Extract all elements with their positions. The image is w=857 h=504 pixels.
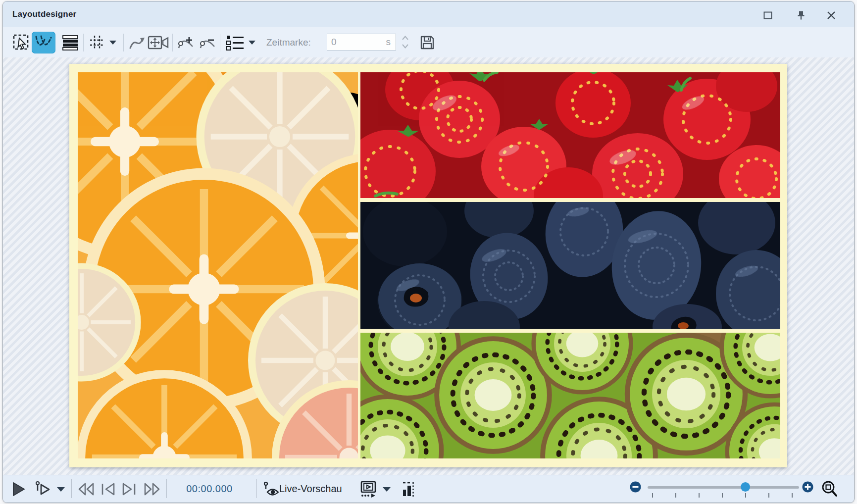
zoom-fit-button[interactable] (819, 479, 841, 499)
grid-button[interactable] (87, 32, 107, 53)
live-preview-toggle[interactable] (262, 480, 281, 498)
chevron-down-icon (109, 40, 117, 45)
object-list-dropdown-button[interactable] (245, 32, 259, 53)
object-list-button[interactable] (224, 32, 246, 53)
chevron-down-icon (56, 487, 65, 492)
curve-tool-icon (35, 35, 52, 50)
toolbar-separator (172, 34, 173, 51)
layout-canvas[interactable] (69, 64, 787, 467)
slider-tick (675, 493, 676, 498)
select-tool-icon (12, 34, 30, 51)
zeitmarke-input-group: s (327, 34, 396, 50)
save-layout-button[interactable] (417, 32, 438, 53)
toolbar-separator (220, 34, 220, 51)
layoutdesigner-window: Layoutdesigner (2, 1, 855, 503)
canvas-image-kiwis[interactable] (360, 333, 780, 458)
transport-separator (71, 479, 72, 498)
preview-window-button[interactable] (357, 480, 379, 499)
add-keyframe-button[interactable] (175, 32, 196, 53)
transport-separator (256, 479, 257, 498)
chevron-down-icon (382, 487, 391, 492)
play-button[interactable] (11, 481, 27, 497)
skip-to-start-icon (100, 482, 116, 496)
zeitmarke-label: Zeitmarke: (266, 27, 311, 57)
pin-button[interactable] (793, 8, 809, 22)
fast-forward-button[interactable] (142, 481, 162, 498)
play-from-position-button[interactable] (34, 480, 52, 498)
rewind-button[interactable] (76, 481, 96, 498)
close-button[interactable] (823, 8, 840, 22)
zoom-out-button[interactable] (630, 481, 641, 493)
list-icon (226, 35, 245, 50)
preview-window-icon (359, 481, 378, 498)
skip-to-end-icon (121, 482, 137, 496)
window-title: Layoutdesigner (3, 9, 76, 19)
slider-tick (652, 493, 653, 498)
fast-forward-icon (143, 482, 161, 496)
slider-tick (745, 493, 746, 498)
chevron-down-icon (248, 40, 256, 45)
select-tool-button[interactable] (10, 32, 32, 53)
blueberries-picture (360, 202, 780, 329)
grid-dropdown-button[interactable] (106, 32, 120, 53)
designer-workspace (3, 57, 854, 475)
zoom-in-icon (802, 481, 813, 493)
motion-path-tool-button[interactable] (32, 32, 55, 53)
strawberries-picture (360, 72, 780, 198)
zeitmarke-unit: s (386, 37, 392, 48)
play-icon (12, 482, 25, 497)
zoom-slider-thumb[interactable] (741, 482, 750, 492)
slider-tick (768, 493, 769, 498)
preview-options-dropdown[interactable] (380, 484, 393, 494)
maximize-button[interactable] (759, 8, 776, 22)
smooth-curve-button[interactable] (127, 32, 148, 53)
zoom-slider-track[interactable] (648, 486, 799, 489)
zoom-out-icon (630, 481, 641, 493)
kiwi-slices-picture (360, 333, 780, 458)
zoom-fit-icon (820, 480, 840, 499)
keyframe-add-icon (177, 35, 195, 50)
timestamp-text: 00:00.000 (186, 483, 232, 495)
toolbar-separator (123, 34, 124, 51)
skip-to-end-button[interactable] (120, 481, 139, 498)
camera-pan-button[interactable] (147, 32, 170, 53)
layers-button[interactable] (59, 32, 81, 53)
zeitmarke-spinner[interactable] (399, 34, 411, 50)
skip-to-start-button[interactable] (99, 481, 117, 498)
canvas-image-blueberries[interactable] (360, 202, 780, 329)
keyframe-remove-icon (199, 35, 216, 50)
timeline-stats-button[interactable] (401, 480, 416, 499)
play-from-position-icon (35, 481, 51, 498)
canvas-image-strawberries[interactable] (360, 72, 780, 198)
live-preview-label: Live-Vorschau (279, 475, 342, 503)
transport-bar: 00:00.000 Live-Vorschau (3, 475, 854, 503)
citrus-slices-picture (78, 72, 358, 458)
zoom-in-button[interactable] (802, 481, 813, 493)
layers-icon (62, 35, 79, 50)
canvas-image-citrus[interactable] (78, 72, 358, 458)
timeline-stats-icon (402, 481, 415, 498)
designer-toolbar: Zeitmarke: s (3, 27, 854, 58)
toolbar-separator (83, 34, 84, 51)
maximize-icon (763, 11, 772, 19)
spinner-down-icon (402, 44, 408, 49)
time-display: 00:00.000 (177, 475, 242, 503)
title-bar: Layoutdesigner (3, 1, 854, 27)
slider-tick (722, 493, 723, 498)
live-preview-eye-icon (263, 481, 280, 497)
close-icon (827, 11, 836, 20)
rewind-icon (77, 482, 95, 496)
transport-separator (166, 479, 167, 498)
zeitmarke-input[interactable] (331, 37, 386, 48)
play-options-dropdown[interactable] (54, 484, 67, 494)
spinner-up-icon (402, 36, 408, 40)
pin-icon (796, 10, 806, 20)
grid-icon (89, 35, 105, 50)
camera-pan-icon (148, 35, 169, 50)
s-curve-icon (128, 35, 146, 50)
slider-tick (792, 493, 793, 498)
remove-keyframe-button[interactable] (197, 32, 218, 53)
save-icon (419, 35, 435, 50)
slider-tick (699, 493, 700, 498)
